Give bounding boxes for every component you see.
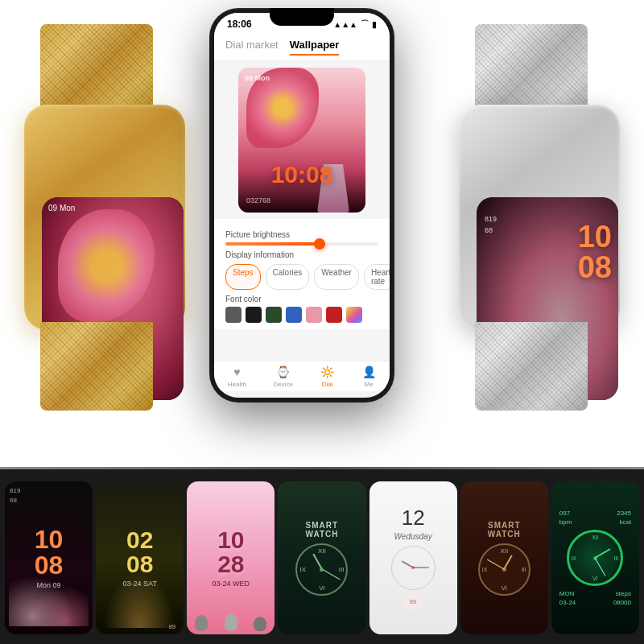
status-time: 18:06: [227, 19, 252, 30]
d6-12: XII: [500, 547, 508, 555]
stat-steps: 68: [10, 496, 20, 506]
nav-health[interactable]: ♥ Health: [228, 365, 246, 388]
slider-fill: [225, 242, 317, 246]
dial-1-stats: 819 68: [10, 486, 20, 506]
preview-date: 09 Mon: [245, 74, 270, 82]
swatch-pink[interactable]: [306, 307, 322, 323]
watch-silver-case: 819 68 10 08 Mon 09: [459, 105, 620, 330]
font-color-label: Font color: [225, 295, 378, 303]
nav-dial[interactable]: 🔆 Dial: [320, 365, 335, 388]
display-info-chips: Steps Calories Weather Heart rate: [225, 264, 378, 290]
dial-6-title: SMARTWATCH: [488, 521, 521, 539]
dial-7-kcal: 2345kcal: [617, 509, 631, 526]
cat-2: [225, 613, 237, 631]
d6-hour: [503, 555, 513, 569]
watch-gold: 09 Mon 10:25: [16, 24, 193, 411]
dial-2-time: 0208: [126, 528, 153, 576]
d5-hour: [402, 560, 414, 568]
dial-6-content: SMARTWATCH XII III VI IX: [460, 481, 548, 634]
dial-thumb-7[interactable]: 097bpm 2345kcal XII III VI IX MON03-24 s…: [551, 481, 639, 634]
dial-5-content: 12 Wedusday 89: [369, 481, 457, 634]
app-header: Dial market Wallpaper: [214, 35, 390, 61]
nav-dial-label: Dial: [322, 381, 333, 388]
dial-7-bottom: MON03-24 steps08000: [556, 589, 634, 607]
swatch-gradient[interactable]: [346, 307, 362, 323]
swatch-green[interactable]: [266, 307, 282, 323]
phone-controls: Picture brightness Display information S…: [214, 219, 390, 329]
watch-silver-band-bottom: [475, 322, 588, 411]
swatch-blue[interactable]: [286, 307, 302, 323]
main-container: 09 Mon 10:25 18:06 ▲▲▲ ⌒: [0, 0, 644, 644]
d6-3: III: [522, 567, 526, 572]
slider-thumb[interactable]: [314, 238, 325, 250]
dial-7-content: 097bpm 2345kcal XII III VI IX MON03-24 s…: [551, 481, 639, 634]
dial-1-time: 1008: [35, 526, 64, 578]
d6-6: VI: [501, 584, 507, 592]
brightness-slider[interactable]: [225, 242, 378, 246]
phone-notch: [270, 8, 334, 26]
watch-silver-time: 10 08: [578, 221, 612, 283]
dial-4-clock: XII III VI IX: [295, 543, 348, 596]
dial-3-cats: [187, 578, 275, 634]
dial-thumb-4[interactable]: SMARTWATCH XII III VI IX: [278, 481, 365, 634]
chip-calories[interactable]: Calories: [266, 264, 310, 290]
dial-4-title: SMARTWATCH: [306, 521, 339, 539]
swatch-black[interactable]: [246, 307, 262, 323]
dial-5-date: Wedusday: [394, 532, 432, 541]
dial-3-content: 1028 03-24 WED: [187, 481, 275, 634]
cat-3: [254, 617, 266, 631]
dial-thumb-2[interactable]: 0208 03-24 SAT 89: [96, 481, 184, 634]
stat-bpm: 819: [10, 486, 20, 496]
cat-1: [195, 615, 208, 631]
d6-9: IX: [482, 567, 488, 572]
phone-screen: 18:06 ▲▲▲ ⌒ ▮ Dial market Wallpaper: [214, 13, 390, 398]
dial-7-steps: steps08000: [613, 589, 631, 607]
nav-me[interactable]: 👤 Me: [361, 365, 376, 388]
tab-dial-market[interactable]: Dial market: [225, 39, 279, 56]
me-icon: 👤: [361, 365, 376, 379]
dial-2-content: 0208 03-24 SAT 89: [96, 481, 184, 634]
d7-minute: [595, 558, 606, 576]
wifi-icon: ⌒: [361, 19, 369, 30]
hour: 10: [578, 221, 612, 252]
d7-6: VI: [592, 576, 598, 581]
minute-hand: [322, 569, 341, 580]
nav-device[interactable]: ⌚ Device: [274, 365, 293, 388]
chip-steps[interactable]: Steps: [225, 264, 261, 290]
stat-1: 819: [485, 213, 497, 225]
signal-icon: ▲▲▲: [333, 20, 357, 29]
watch-silver: 819 68 10 08 Mon 09: [451, 24, 628, 411]
watch-gold-case: 09 Mon 10:25: [24, 105, 185, 330]
health-icon: ♥: [229, 365, 244, 379]
dial-thumb-1[interactable]: 819 68 1008 Mon 09: [5, 481, 93, 634]
minute: 08: [578, 252, 612, 283]
d7-hour: [595, 548, 611, 559]
dial-thumbnails: 819 68 1008 Mon 09 0208 03-24 SAT 89: [0, 469, 644, 644]
swatch-red[interactable]: [326, 307, 342, 323]
tab-wallpaper[interactable]: Wallpaper: [290, 39, 340, 56]
clock-3: III: [339, 566, 345, 573]
swatch-gray[interactable]: [225, 307, 242, 323]
dial-5-time: 12: [402, 506, 425, 530]
dial-7-clock: XII III VI IX: [567, 530, 623, 586]
display-label: Display information: [225, 250, 378, 259]
dial-6-clock: XII III VI IX: [478, 543, 530, 596]
preview-time: 10:08: [246, 161, 357, 188]
phone: 18:06 ▲▲▲ ⌒ ▮ Dial market Wallpaper: [209, 8, 394, 402]
color-swatches: [225, 307, 378, 323]
clock-9: IX: [299, 566, 306, 573]
chip-weather[interactable]: Weather: [314, 264, 359, 290]
chip-heart-rate[interactable]: Heart rate: [364, 264, 390, 290]
dial-thumb-5[interactable]: 12 Wedusday 89: [369, 481, 457, 634]
dial-2-small: 89: [168, 623, 175, 630]
brightness-label: Picture brightness: [225, 230, 378, 239]
nav-device-label: Device: [274, 381, 293, 388]
dial-1-content: 819 68 1008 Mon 09: [5, 481, 93, 634]
d6-minute: [487, 559, 504, 570]
phone-body: 18:06 ▲▲▲ ⌒ ▮ Dial market Wallpaper: [209, 8, 394, 402]
dial-thumb-6[interactable]: SMARTWATCH XII III VI IX: [460, 481, 548, 634]
clock-12: XII: [318, 547, 326, 555]
preview-small-text: 032768: [246, 196, 270, 204]
dial-thumb-3[interactable]: 1028 03-24 WED: [187, 481, 275, 634]
battery-icon: ▮: [372, 20, 377, 29]
